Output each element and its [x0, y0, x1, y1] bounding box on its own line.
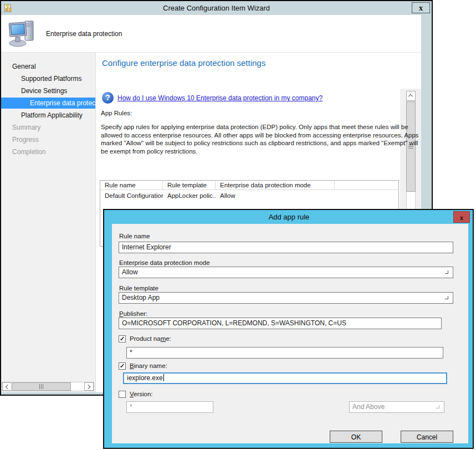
cancel-button[interactable]: Cancel	[401, 431, 453, 443]
cell-rule-template: AppLocker polic...	[163, 191, 216, 201]
help-link[interactable]: How do I use Windows 10 Enterprise data …	[117, 94, 323, 102]
table-header-row: Rule name Rule template Enterprise data …	[100, 181, 398, 190]
version-qualifier-select: And Above	[349, 401, 444, 413]
help-icon: ?	[102, 92, 114, 104]
column-header-rule-template[interactable]: Rule template	[163, 181, 216, 190]
rule-template-label: Rule template	[119, 285, 158, 292]
dialog-title: Add app rule	[269, 213, 310, 221]
sidebar-item-general[interactable]: General	[1, 60, 95, 73]
chevron-left-icon	[6, 385, 10, 389]
edp-mode-label: Enterprise data protection mode	[119, 259, 210, 266]
table-row[interactable]: Default Configuration ... AppLocker poli…	[100, 191, 398, 201]
chevron-down-icon	[436, 405, 439, 408]
sidebar-item-supported-platforms[interactable]: Supported Platforms	[1, 73, 95, 85]
rule-name-input[interactable]: Internet Explorer	[119, 242, 453, 253]
scroll-right-button[interactable]	[84, 382, 94, 391]
rule-template-select[interactable]: Desktop App	[119, 292, 453, 304]
binary-name-input[interactable]: iexplore.exe	[123, 372, 447, 384]
text-caret	[163, 374, 164, 381]
chevron-up-icon	[408, 94, 413, 99]
sidebar-item-device-settings[interactable]: Device Settings	[1, 85, 95, 97]
computer-icon	[8, 19, 37, 49]
publisher-label: Publisher:	[119, 310, 147, 317]
cell-edp-mode: Allow	[216, 191, 335, 201]
sidebar-item-completion[interactable]: Completion	[1, 146, 95, 158]
scroll-up-button[interactable]	[406, 91, 416, 101]
edp-description-text: Specify app rules for applying enterpris…	[101, 123, 419, 155]
chevron-right-icon	[86, 385, 90, 389]
rule-name-label: Rule name	[119, 233, 150, 239]
sidebar-item-enterprise-data-protection[interactable]: Enterprise data protection	[1, 98, 95, 109]
column-header-edp-mode[interactable]: Enterprise data protection mode	[216, 181, 335, 190]
edp-mode-select[interactable]: Allow	[119, 267, 453, 278]
wizard-header: Enterprise data protection	[1, 15, 421, 53]
page-title: Configure enterprise data protection set…	[102, 58, 265, 68]
add-app-rule-dialog: Add app rule x Rule name Internet Explor…	[103, 209, 474, 449]
wizard-titlebar[interactable]: Create Configuration Item Wizard x	[1, 1, 432, 15]
chevron-down-icon	[445, 270, 448, 274]
app-rules-label: App Rules:	[101, 110, 132, 116]
screen: Create Configuration Item Wizard x	[0, 0, 476, 450]
sidebar-item-summary[interactable]: Summary	[1, 121, 95, 134]
wizard-nav: General Supported Platforms Device Setti…	[1, 60, 95, 158]
wizard-sidebar: General Supported Platforms Device Setti…	[1, 53, 96, 392]
scroll-left-button[interactable]	[2, 382, 12, 391]
window-title: Create Configuration Item Wizard	[1, 1, 432, 15]
binary-name-label[interactable]: Binary name:	[130, 362, 167, 369]
product-name-label[interactable]: Product name:	[130, 335, 171, 342]
cell-rule-name: Default Configuration ...	[100, 191, 163, 201]
sidebar-item-progress[interactable]: Progress	[1, 134, 95, 146]
window-close-button[interactable]: x	[412, 2, 430, 13]
horizontal-scroll-thumb[interactable]	[12, 382, 71, 391]
column-header-rule-name[interactable]: Rule name	[100, 181, 163, 190]
version-checkbox[interactable]	[119, 391, 126, 398]
version-label[interactable]: Version:	[130, 391, 153, 397]
product-name-input[interactable]: *	[126, 347, 443, 359]
binary-name-checkbox[interactable]: ✓	[119, 362, 126, 370]
sidebar-item-platform-applicability[interactable]: Platform Applicability	[1, 109, 95, 121]
wizard-page-label: Enterprise data protection	[46, 30, 122, 38]
dialog-close-button[interactable]: x	[453, 211, 470, 223]
scroll-grip-icon	[39, 384, 40, 389]
publisher-input[interactable]: O=MICROSOFT CORPORATION, L=REDMOND, S=WA…	[119, 318, 442, 329]
chevron-down-icon	[445, 296, 448, 299]
sidebar-horizontal-scrollbar[interactable]	[2, 382, 94, 391]
ok-button[interactable]: OK	[330, 431, 382, 443]
product-name-checkbox[interactable]: ✓	[119, 335, 126, 342]
dialog-titlebar[interactable]: Add app rule x	[112, 210, 466, 224]
version-input: *	[126, 401, 213, 413]
column-header-blank	[335, 181, 398, 190]
dialog-body: Rule name Internet Explorer Enterprise d…	[112, 224, 468, 443]
